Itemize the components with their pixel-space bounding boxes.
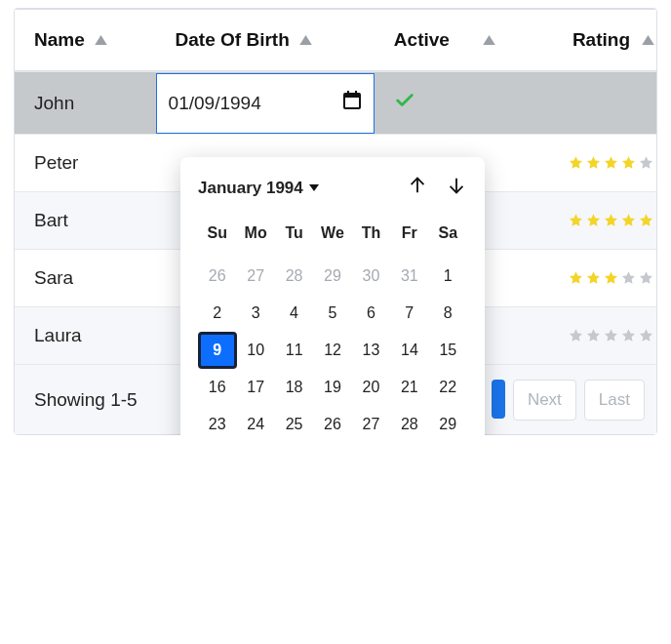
star-icon: [585, 96, 602, 111]
star-icon: [585, 270, 602, 286]
datepicker-day[interactable]: 26: [313, 406, 351, 435]
table-row[interactable]: John01/09/1994: [15, 71, 656, 134]
cell-rating[interactable]: [505, 135, 656, 191]
star-icon: [620, 270, 637, 286]
datepicker-day[interactable]: 28: [275, 258, 313, 295]
datepicker-day[interactable]: 21: [390, 369, 428, 406]
dob-value: 01/09/1994: [169, 93, 261, 114]
dow-label: Fr: [390, 215, 428, 252]
datepicker-next-month[interactable]: [446, 175, 467, 201]
col-header-label: Active: [394, 29, 450, 51]
dow-label: Su: [198, 215, 236, 252]
cell-name[interactable]: John: [15, 72, 156, 134]
star-icon: [603, 328, 619, 343]
col-header-dob[interactable]: Date Of Birth: [156, 10, 375, 70]
datepicker-day[interactable]: 13: [352, 332, 390, 369]
datepicker-day[interactable]: 4: [275, 295, 313, 332]
star-icon: [568, 328, 584, 343]
rating-stars[interactable]: [568, 155, 654, 171]
datepicker-day[interactable]: 27: [236, 258, 274, 295]
datepicker-day[interactable]: 18: [275, 369, 313, 406]
datepicker-day[interactable]: 29: [429, 406, 467, 435]
datepicker-day[interactable]: 24: [236, 406, 274, 435]
star-icon: [603, 96, 619, 111]
dow-label: Tu: [275, 215, 313, 252]
datepicker-day[interactable]: 16: [198, 369, 236, 406]
pager-current-edge: [492, 380, 505, 419]
star-icon: [568, 213, 584, 228]
datepicker-day[interactable]: 26: [198, 258, 236, 295]
star-icon: [638, 155, 654, 171]
cell-dob[interactable]: 01/09/1994: [156, 72, 375, 134]
dob-date-input[interactable]: 01/09/1994: [156, 73, 375, 134]
cell-name[interactable]: Bart: [15, 192, 156, 249]
star-icon: [620, 213, 637, 228]
star-icon: [585, 155, 602, 171]
col-header-active[interactable]: Active: [375, 10, 506, 70]
star-icon: [620, 328, 637, 343]
datepicker-day[interactable]: 9: [198, 332, 237, 369]
star-icon: [603, 213, 619, 228]
datepicker-day[interactable]: 2: [198, 295, 236, 332]
cell-name[interactable]: Sara: [15, 250, 156, 306]
pager-last-button[interactable]: Last: [584, 380, 645, 421]
datepicker-day[interactable]: 27: [352, 406, 390, 435]
cell-name[interactable]: Laura: [15, 307, 156, 364]
datepicker-day[interactable]: 5: [313, 295, 351, 332]
datepicker-day[interactable]: 12: [313, 332, 351, 369]
rating-stars[interactable]: [568, 270, 654, 286]
pager-next-button[interactable]: Next: [513, 380, 576, 421]
col-header-label: Date Of Birth: [176, 29, 290, 51]
dow-label: Mo: [236, 215, 274, 252]
cell-name[interactable]: Peter: [15, 135, 156, 191]
star-icon: [620, 96, 637, 111]
star-icon: [638, 328, 654, 343]
pager-controls: Next Last: [492, 380, 645, 421]
datepicker-month-button[interactable]: January 1994: [198, 179, 319, 198]
star-icon: [568, 96, 584, 111]
check-icon: [394, 90, 415, 116]
datepicker-day[interactable]: 22: [429, 369, 467, 406]
col-header-label: Name: [34, 29, 85, 51]
datepicker-day[interactable]: 8: [429, 295, 467, 332]
rating-stars[interactable]: [568, 328, 654, 343]
datepicker-prev-month[interactable]: [407, 175, 428, 201]
rating-stars[interactable]: [568, 213, 654, 228]
col-header-rating[interactable]: Rating: [505, 10, 656, 70]
calendar-icon[interactable]: [340, 89, 364, 117]
sort-asc-icon: [642, 35, 654, 45]
datepicker-day[interactable]: 31: [390, 258, 428, 295]
pager-status: Showing 1-5: [34, 389, 138, 411]
datepicker-day[interactable]: 17: [236, 369, 274, 406]
datepicker-day[interactable]: 11: [275, 332, 313, 369]
datepicker-day[interactable]: 25: [275, 406, 313, 435]
cell-rating[interactable]: [505, 192, 656, 249]
sort-asc-icon: [299, 35, 312, 45]
datepicker-day[interactable]: 10: [237, 332, 275, 369]
datepicker-month-label: January 1994: [198, 179, 303, 198]
cell-rating[interactable]: [505, 250, 656, 306]
datepicker-day[interactable]: 19: [313, 369, 351, 406]
cell-rating[interactable]: [505, 72, 656, 134]
col-header-name[interactable]: Name: [15, 10, 156, 70]
star-icon: [568, 155, 584, 171]
datepicker-day[interactable]: 1: [429, 258, 467, 295]
cell-active[interactable]: [375, 72, 506, 134]
datepicker-day[interactable]: 14: [390, 332, 428, 369]
datepicker-day[interactable]: 23: [198, 406, 236, 435]
dow-label: Sa: [429, 215, 467, 252]
datepicker-day[interactable]: 28: [390, 406, 428, 435]
star-icon: [638, 213, 654, 228]
star-icon: [638, 270, 654, 286]
star-icon: [585, 328, 602, 343]
rating-stars[interactable]: [568, 96, 654, 111]
cell-rating[interactable]: [505, 307, 656, 364]
datepicker-day[interactable]: 15: [429, 332, 467, 369]
datepicker-popup: January 1994 SuMoTuWeThFrSa 262728293031…: [180, 157, 485, 435]
datepicker-day[interactable]: 20: [352, 369, 390, 406]
datepicker-day[interactable]: 29: [313, 258, 351, 295]
datepicker-day[interactable]: 7: [390, 295, 428, 332]
datepicker-day[interactable]: 30: [352, 258, 390, 295]
datepicker-day[interactable]: 3: [236, 295, 274, 332]
datepicker-day[interactable]: 6: [352, 295, 390, 332]
